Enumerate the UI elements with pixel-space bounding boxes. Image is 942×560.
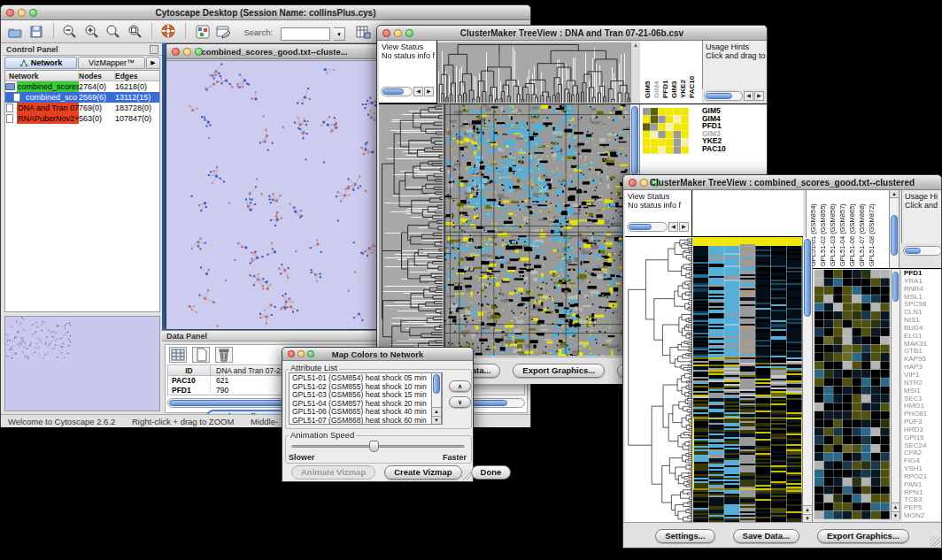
tv1-row-dendrogram[interactable] [379,104,443,356]
faster-label: Faster [443,453,467,462]
tv2-zoom-vscrollbar[interactable]: ▲ ▼ [891,270,900,519]
scroll-left-icon[interactable]: ◀ [744,91,753,101]
scroll-down-icon[interactable]: ▼ [892,511,900,519]
tv2-save-data-button[interactable]: Save Data... [733,529,799,543]
help-icon[interactable] [160,24,178,40]
tv2-settings-button[interactable]: Settings... [655,529,714,543]
tv1-column-label[interactable]: PAC10 [688,47,697,98]
move-down-button[interactable]: ∨ [449,396,471,408]
network-list-row[interactable]: combined_scores2764(0)16218(0) [5,81,159,92]
tv1-column-label[interactable]: YKE2 [679,47,688,98]
search-label: Search: [243,27,273,37]
tv1-global-heatmap[interactable] [444,104,629,356]
tv2-column-label[interactable]: GPL51-07 (GSM868) [858,192,867,266]
tab-network[interactable]: Network [4,57,77,69]
resize-grip[interactable] [930,536,940,547]
scroll-up-icon[interactable]: ▲ [803,505,812,513]
new-attribute-icon[interactable] [192,347,210,363]
scroll-right-icon[interactable]: ▶ [679,222,689,232]
network-list-row[interactable]: DNA and Tran 07769(0)183728(0) [5,103,159,113]
tv1-column-label[interactable]: GIM4 [652,47,661,98]
attribute-listbox[interactable]: GPL51-01 (GSM854) heat shock 05 minGPL51… [289,372,443,425]
save-icon[interactable] [27,25,45,41]
treeview1-title-bar[interactable]: ClusterMaker TreeView : DNA and Tran 07-… [377,26,767,41]
search-input[interactable] [281,27,330,41]
zoom-fit-icon[interactable] [127,24,144,40]
search-dropdown-arrow[interactable]: ▼ [334,27,345,41]
network1-title-bar[interactable]: combined_scores_good.txt--cluste... [166,44,382,59]
scroll-left-icon[interactable]: ◀ [668,222,678,232]
tv1-column-label[interactable]: PFD1 [661,47,670,98]
tv2-global-heatmap[interactable] [693,237,802,522]
treeview2-title-bar[interactable]: ClusterMaker TreeView : combined_scores_… [623,175,941,190]
col-header-edges[interactable]: Edges [115,71,159,81]
tv1-usage-scrollbar[interactable]: ◀▶ [704,91,764,101]
tab-vizmapper[interactable]: VizMapper™ [78,57,145,69]
tv1-row-label[interactable]: PAC10 [702,145,726,153]
scroll-right-icon[interactable]: ▶ [424,87,434,96]
node-attribute-icon[interactable] [194,25,212,41]
tv1-export-graphics-button[interactable]: Export Graphics... [513,364,605,378]
attribute-list-vscrollbar[interactable]: ▲ ▼ [431,373,442,424]
network-overview-thumbnail[interactable] [4,316,160,411]
zoom-selected-icon[interactable] [104,24,122,40]
scroll-down-icon[interactable]: ▼ [432,416,441,424]
attribute-grid-icon[interactable] [169,347,187,363]
tv1-zoom-heatmap[interactable] [643,108,689,154]
tv2-labels-vscrollbar[interactable]: ▲ [889,190,900,268]
delete-attribute-icon[interactable] [215,347,233,363]
tv1-column-label[interactable]: GIM3 [670,47,679,98]
tv2-column-labels: GPL51-01 (GSM854)GPL51-02 (GSM855)GPL51-… [806,190,889,268]
dialog-create-vizmap-button[interactable]: Create Vizmap [384,465,461,479]
dialog-title-bar[interactable]: Map Colors to Network [282,348,473,361]
scroll-up-icon[interactable]: ▲ [432,407,441,415]
tv2-usage-scrollbar[interactable] [903,246,942,256]
tv1-column-dendrogram[interactable] [437,42,630,103]
tv2-heatmap-vscrollbar[interactable]: ▲ ▼ [802,237,813,522]
float-panel-icon[interactable] [150,45,158,54]
tv2-zoom-heatmap[interactable] [815,270,890,519]
main-title-bar[interactable]: Cytoscape Desktop (Session Name: collins… [1,5,530,20]
annotation-icon[interactable] [215,25,233,41]
network-edges-count: 16218(0) [115,81,159,92]
tv1-status-scrollbar[interactable]: ◀▶ [381,87,434,96]
tv2-row-dendrogram[interactable] [625,237,692,522]
col-header-id[interactable]: ID [168,365,211,375]
move-up-button[interactable]: ∧ [449,380,471,392]
tab-overflow-button[interactable]: ▶ [146,57,160,69]
dialog-animate-vizmap-button[interactable]: Animate Vizmap [291,465,375,479]
zoom-in-icon[interactable] [83,24,101,40]
resize-grip[interactable] [461,470,472,480]
data-panel-title: Data Panel [166,332,207,341]
scroll-right-icon[interactable]: ▶ [754,91,764,101]
network1-view[interactable] [166,60,382,329]
attribute-list-item[interactable]: GPL51-07 (GSM868) heat shock 60 min [290,417,431,425]
tv2-column-label[interactable]: GPL51-06 (GSM865) [848,192,857,266]
tv2-status-scrollbar[interactable]: ◀▶ [627,222,689,232]
tv2-column-label[interactable]: GPL51-08 (GSM872) [868,192,876,266]
scroll-left-icon[interactable]: ◀ [413,87,423,96]
tv2-column-label[interactable]: GPL51-03 (GSM856) [829,192,838,266]
tv2-usage-hints-title: Usage Hi [902,190,942,201]
tv2-export-graphics-button[interactable]: Export Graphics... [817,529,909,543]
attribute-items: GPL51-01 (GSM854) heat shock 05 minGPL51… [290,374,431,425]
tv1-column-label[interactable]: GIM5 [644,47,652,98]
attribute-table-icon[interactable] [355,25,373,41]
network-list-row[interactable]: RNAPuberNov2+I563(0)107847(0) [5,113,159,124]
network-edges-count: 183728(0) [115,103,159,113]
col-header-network[interactable]: Network [5,71,79,81]
scroll-up-icon[interactable]: ▲ [890,190,899,198]
tv2-column-label[interactable]: GPL51-04 (GSM857) [838,192,847,266]
tv1-mini-scroll-strip[interactable]: ▲ [630,42,640,103]
gene-label[interactable]: MON2 [904,512,942,520]
main-window-title: Cytoscape Desktop (Session Name: collins… [1,5,530,20]
tv2-column-label[interactable]: GPL51-02 (GSM855) [819,192,828,266]
zoom-out-icon[interactable] [61,24,79,40]
speed-slider-thumb[interactable] [369,441,379,452]
scroll-down-icon[interactable]: ▼ [803,514,812,522]
col-header-nodes[interactable]: Nodes [79,71,115,81]
network-list-row[interactable]: combined_sco2569(6)13112(15) [5,92,159,103]
scroll-up-icon[interactable]: ▲ [892,502,900,510]
dialog-done-button[interactable]: Done [471,465,512,479]
open-icon[interactable] [6,25,24,41]
